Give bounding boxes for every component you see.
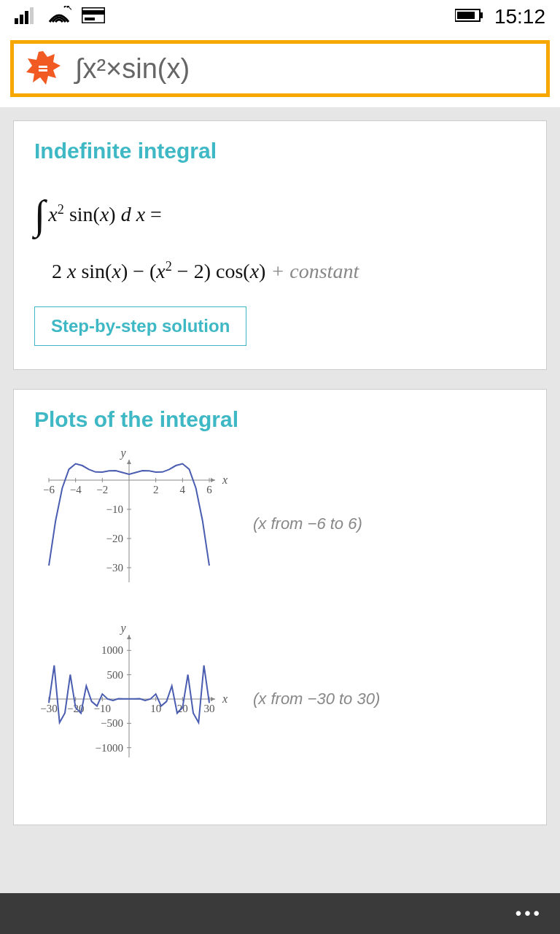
plot-2-chart: −30−20−10102030−1000−5005001000xy (34, 626, 231, 772)
svg-text:30: 30 (204, 703, 215, 714)
svg-text:x: x (222, 474, 228, 486)
plot-1-chart: −6−4−2246−10−20−30xy (34, 451, 231, 597)
results-area: Indefinite integral ∫ x2 sin(x) d x = 2 … (0, 107, 560, 910)
svg-rect-3 (30, 7, 34, 24)
battery-icon (455, 8, 484, 26)
svg-text:−20: −20 (106, 533, 123, 544)
svg-rect-2 (25, 11, 28, 24)
nav-bar[interactable]: ••• (0, 893, 560, 934)
plot-1: −6−4−2246−10−20−30xy (x from −6 to 6) (34, 451, 526, 597)
integral-title: Indefinite integral (34, 139, 526, 163)
clock: 15:12 (494, 5, 545, 28)
signal-icon (15, 7, 36, 27)
plots-card: Plots of the integral −6−4−2246−10−20−30… (13, 389, 547, 825)
svg-marker-17 (127, 460, 131, 464)
svg-rect-13 (39, 69, 47, 72)
svg-text:−10: −10 (94, 703, 111, 714)
svg-rect-7 (85, 18, 95, 20)
svg-text:−6: −6 (43, 484, 55, 495)
svg-text:↖: ↖ (66, 6, 71, 12)
wolfram-logo-icon (24, 50, 62, 88)
svg-text:−500: −500 (101, 718, 123, 730)
svg-text:10: 10 (150, 703, 161, 714)
svg-rect-5 (82, 7, 105, 23)
svg-text:−30: −30 (106, 562, 123, 574)
status-bar: ↖ 15:12 (0, 0, 560, 33)
wifi-icon: ↖ (47, 6, 71, 28)
search-box[interactable]: ∫x²×sin(x) (10, 40, 550, 97)
svg-text:1000: 1000 (101, 645, 123, 657)
plot-2: −30−20−10102030−1000−5005001000xy (x fro… (34, 626, 526, 772)
step-by-step-button[interactable]: Step-by-step solution (34, 306, 246, 346)
svg-marker-16 (211, 478, 215, 482)
svg-text:y: y (119, 626, 126, 635)
svg-rect-12 (39, 66, 47, 68)
svg-text:−1000: −1000 (96, 742, 123, 754)
plot-2-label: (x from −30 to 30) (253, 690, 380, 709)
integral-card: Indefinite integral ∫ x2 sin(x) d x = 2 … (13, 120, 547, 370)
svg-rect-1 (20, 15, 23, 24)
card-icon (82, 7, 105, 26)
svg-text:−10: −10 (106, 503, 123, 515)
svg-text:500: 500 (107, 669, 124, 681)
svg-text:2: 2 (153, 484, 159, 495)
svg-text:−30: −30 (40, 703, 57, 714)
svg-rect-10 (480, 12, 483, 18)
integral-expression: ∫ x2 sin(x) d x = 2 x sin(x) − (x2 − 2) … (34, 182, 526, 287)
plots-title: Plots of the integral (34, 407, 526, 432)
svg-text:4: 4 (180, 484, 186, 495)
svg-text:−2: −2 (96, 484, 108, 495)
more-icon[interactable]: ••• (516, 903, 542, 924)
svg-text:x: x (222, 692, 228, 705)
svg-text:6: 6 (206, 484, 212, 495)
svg-rect-9 (457, 12, 475, 19)
svg-rect-6 (82, 10, 105, 15)
svg-marker-41 (127, 635, 131, 639)
plot-1-label: (x from −6 to 6) (253, 514, 362, 533)
svg-marker-40 (211, 697, 215, 701)
svg-text:−4: −4 (70, 484, 82, 495)
svg-rect-0 (15, 18, 18, 24)
search-query: ∫x²×sin(x) (75, 53, 190, 85)
svg-text:y: y (119, 451, 126, 460)
